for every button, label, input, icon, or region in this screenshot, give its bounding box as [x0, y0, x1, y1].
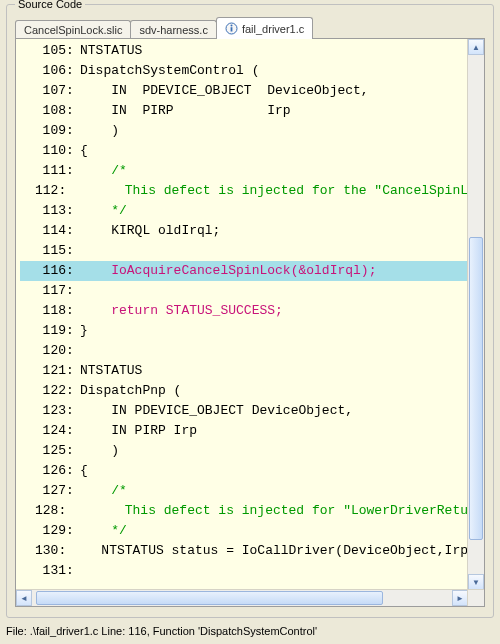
tab-sdv-harness-c[interactable]: sdv-harness.c	[130, 20, 216, 39]
line-number: 126	[20, 461, 66, 481]
line-text: KIRQL oldIrql;	[80, 221, 220, 241]
code-line[interactable]: 116: IoAcquireCancelSpinLock(&oldIrql);	[20, 261, 468, 281]
line-number: 123	[20, 401, 66, 421]
line-colon: :	[66, 41, 80, 61]
line-number: 111	[20, 161, 66, 181]
line-colon: :	[66, 481, 80, 501]
line-text: DispatchPnp (	[80, 381, 181, 401]
code-line[interactable]: 112: This defect is injected for the "Ca…	[20, 181, 468, 201]
line-text: DispatchSystemControl (	[80, 61, 259, 81]
code-line[interactable]: 105:NTSTATUS	[20, 41, 468, 61]
line-text: IN PIRP Irp	[80, 101, 291, 121]
code-line[interactable]: 110:{	[20, 141, 468, 161]
code-line[interactable]: 124: IN PIRP Irp	[20, 421, 468, 441]
scroll-right-button[interactable]: ►	[452, 590, 468, 606]
line-text: IN PDEVICE_OBJECT DeviceObject,	[80, 401, 353, 421]
line-number: 120	[20, 341, 66, 361]
line-colon: :	[66, 561, 80, 581]
code-frame: 105:NTSTATUS106:DispatchSystemControl (1…	[15, 38, 485, 607]
code-line[interactable]: 106:DispatchSystemControl (	[20, 61, 468, 81]
code-line[interactable]: 119:}	[20, 321, 468, 341]
line-colon: :	[66, 261, 80, 281]
scroll-down-button[interactable]: ▼	[468, 574, 484, 590]
scroll-left-button[interactable]: ◄	[16, 590, 32, 606]
code-line[interactable]: 107: IN PDEVICE_OBJECT DeviceObject,	[20, 81, 468, 101]
line-text: )	[80, 121, 119, 141]
line-text: NTSTATUS	[80, 41, 142, 61]
code-line[interactable]: 109: )	[20, 121, 468, 141]
line-text: /*	[80, 161, 127, 181]
line-text: */	[80, 201, 127, 221]
source-code-panel: Source Code CancelSpinLock.slicsdv-harne…	[0, 0, 500, 644]
line-number: 125	[20, 441, 66, 461]
line-colon: :	[58, 541, 70, 561]
vertical-scrollbar[interactable]: ▲ ▼	[467, 39, 484, 590]
line-colon: :	[66, 281, 80, 301]
code-line[interactable]: 127: /*	[20, 481, 468, 501]
tab-label: fail_driver1.c	[242, 23, 304, 35]
tab-cancelspinlock-slic[interactable]: CancelSpinLock.slic	[15, 20, 131, 39]
code-line[interactable]: 125: )	[20, 441, 468, 461]
vertical-scroll-thumb[interactable]	[469, 237, 483, 540]
info-icon	[225, 22, 238, 35]
code-line[interactable]: 108: IN PIRP Irp	[20, 101, 468, 121]
line-number: 105	[20, 41, 66, 61]
line-text: IoAcquireCancelSpinLock(&oldIrql);	[80, 261, 376, 281]
code-line[interactable]: 114: KIRQL oldIrql;	[20, 221, 468, 241]
line-colon: :	[66, 441, 80, 461]
status-bar: File: .\fail_driver1.c Line: 116, Functi…	[4, 622, 496, 640]
code-line[interactable]: 120:	[20, 341, 468, 361]
line-colon: :	[66, 341, 80, 361]
code-line[interactable]: 129: */	[20, 521, 468, 541]
tab-fail_driver1-c[interactable]: fail_driver1.c	[216, 17, 313, 39]
line-text: /*	[80, 481, 127, 501]
tab-label: CancelSpinLock.slic	[24, 24, 122, 36]
line-colon: :	[58, 181, 70, 201]
line-colon: :	[66, 421, 80, 441]
line-text: IN PIRP Irp	[80, 421, 197, 441]
line-colon: :	[66, 61, 80, 81]
code-line[interactable]: 118: return STATUS_SUCCESS;	[20, 301, 468, 321]
line-text: IN PDEVICE_OBJECT DeviceObject,	[80, 81, 369, 101]
scroll-up-button[interactable]: ▲	[468, 39, 484, 55]
code-line[interactable]: 126:{	[20, 461, 468, 481]
horizontal-scroll-thumb[interactable]	[36, 591, 382, 605]
code-line[interactable]: 131:	[20, 561, 468, 581]
vertical-scroll-track[interactable]	[468, 55, 484, 574]
code-line[interactable]: 128: This defect is injected for "LowerD…	[20, 501, 468, 521]
line-text: {	[80, 461, 88, 481]
line-colon: :	[66, 221, 80, 241]
code-viewport[interactable]: 105:NTSTATUS106:DispatchSystemControl (1…	[16, 39, 468, 590]
line-number: 131	[20, 561, 66, 581]
line-colon: :	[66, 361, 80, 381]
code-area: 105:NTSTATUS106:DispatchSystemControl (1…	[16, 39, 468, 581]
line-number: 127	[20, 481, 66, 501]
line-number: 129	[20, 521, 66, 541]
line-number: 112	[20, 181, 58, 201]
code-line[interactable]: 117:	[20, 281, 468, 301]
tab-strip: CancelSpinLock.slicsdv-harness.cfail_dri…	[15, 17, 312, 39]
line-number: 121	[20, 361, 66, 381]
line-number: 107	[20, 81, 66, 101]
line-number: 117	[20, 281, 66, 301]
line-colon: :	[66, 521, 80, 541]
line-number: 106	[20, 61, 66, 81]
code-line[interactable]: 122:DispatchPnp (	[20, 381, 468, 401]
line-colon: :	[66, 381, 80, 401]
line-colon: :	[58, 501, 70, 521]
code-line[interactable]: 130: NTSTATUS status = IoCallDriver(Devi…	[20, 541, 468, 561]
code-line[interactable]: 121:NTSTATUS	[20, 361, 468, 381]
source-code-group: Source Code CancelSpinLock.slicsdv-harne…	[6, 4, 494, 618]
line-number: 114	[20, 221, 66, 241]
line-number: 128	[20, 501, 58, 521]
line-text: }	[80, 321, 88, 341]
line-number: 109	[20, 121, 66, 141]
code-line[interactable]: 111: /*	[20, 161, 468, 181]
horizontal-scroll-track[interactable]	[32, 590, 452, 606]
line-colon: :	[66, 161, 80, 181]
code-line[interactable]: 115:	[20, 241, 468, 261]
line-colon: :	[66, 461, 80, 481]
code-line[interactable]: 113: */	[20, 201, 468, 221]
horizontal-scrollbar[interactable]: ◄ ►	[16, 589, 468, 606]
code-line[interactable]: 123: IN PDEVICE_OBJECT DeviceObject,	[20, 401, 468, 421]
